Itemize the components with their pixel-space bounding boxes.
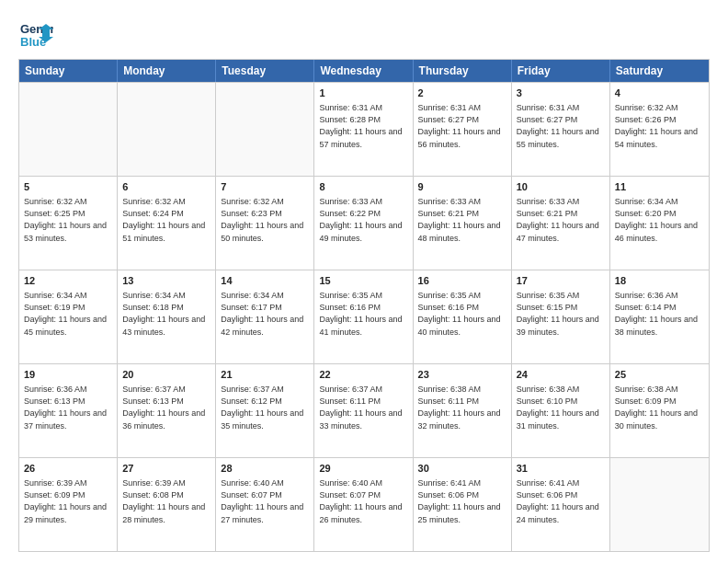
day-cell-4: 4Sunrise: 6:32 AM Sunset: 6:26 PM Daylig…: [610, 83, 709, 176]
day-cell-31: 31Sunrise: 6:41 AM Sunset: 6:06 PM Dayli…: [512, 458, 610, 551]
header-day-tuesday: Tuesday: [216, 60, 314, 82]
day-cell-11: 11Sunrise: 6:34 AM Sunset: 6:20 PM Dayli…: [610, 177, 709, 270]
day-cell-10: 10Sunrise: 6:33 AM Sunset: 6:21 PM Dayli…: [512, 177, 610, 270]
day-number: 11: [615, 180, 704, 194]
week-row-3: 12Sunrise: 6:34 AM Sunset: 6:19 PM Dayli…: [19, 270, 709, 363]
day-info: Sunrise: 6:36 AM Sunset: 6:14 PM Dayligh…: [615, 290, 704, 338]
day-number: 25: [615, 368, 704, 382]
day-cell-7: 7Sunrise: 6:32 AM Sunset: 6:23 PM Daylig…: [216, 177, 314, 270]
day-number: 17: [517, 274, 605, 288]
day-cell-19: 19Sunrise: 6:36 AM Sunset: 6:13 PM Dayli…: [19, 364, 118, 457]
day-number: 28: [221, 462, 309, 476]
empty-cell: [118, 83, 216, 176]
day-cell-26: 26Sunrise: 6:39 AM Sunset: 6:09 PM Dayli…: [19, 458, 118, 551]
day-cell-24: 24Sunrise: 6:38 AM Sunset: 6:10 PM Dayli…: [512, 364, 610, 457]
day-number: 21: [221, 368, 309, 382]
day-number: 29: [319, 462, 407, 476]
day-info: Sunrise: 6:31 AM Sunset: 6:28 PM Dayligh…: [319, 102, 407, 150]
day-info: Sunrise: 6:38 AM Sunset: 6:10 PM Dayligh…: [517, 384, 605, 431]
day-number: 12: [24, 274, 112, 288]
day-info: Sunrise: 6:33 AM Sunset: 6:21 PM Dayligh…: [517, 196, 605, 244]
header-day-thursday: Thursday: [414, 60, 512, 82]
day-number: 22: [319, 368, 407, 382]
header: General Blue: [18, 17, 710, 52]
day-cell-30: 30Sunrise: 6:41 AM Sunset: 6:06 PM Dayli…: [414, 458, 512, 551]
calendar: SundayMondayTuesdayWednesdayThursdayFrid…: [18, 59, 710, 552]
day-cell-21: 21Sunrise: 6:37 AM Sunset: 6:12 PM Dayli…: [216, 364, 314, 457]
day-info: Sunrise: 6:32 AM Sunset: 6:23 PM Dayligh…: [221, 196, 309, 244]
day-info: Sunrise: 6:36 AM Sunset: 6:13 PM Dayligh…: [24, 384, 112, 431]
day-number: 20: [122, 368, 210, 382]
week-row-2: 5Sunrise: 6:32 AM Sunset: 6:25 PM Daylig…: [19, 176, 709, 270]
day-cell-27: 27Sunrise: 6:39 AM Sunset: 6:08 PM Dayli…: [118, 458, 216, 551]
day-info: Sunrise: 6:39 AM Sunset: 6:08 PM Dayligh…: [122, 477, 210, 525]
day-cell-3: 3Sunrise: 6:31 AM Sunset: 6:27 PM Daylig…: [512, 83, 610, 176]
day-number: 16: [418, 274, 506, 288]
day-info: Sunrise: 6:32 AM Sunset: 6:25 PM Dayligh…: [24, 196, 112, 244]
day-info: Sunrise: 6:34 AM Sunset: 6:17 PM Dayligh…: [221, 290, 309, 338]
day-cell-9: 9Sunrise: 6:33 AM Sunset: 6:21 PM Daylig…: [414, 177, 512, 270]
day-cell-13: 13Sunrise: 6:34 AM Sunset: 6:18 PM Dayli…: [118, 270, 216, 363]
day-info: Sunrise: 6:35 AM Sunset: 6:16 PM Dayligh…: [418, 290, 506, 338]
day-cell-22: 22Sunrise: 6:37 AM Sunset: 6:11 PM Dayli…: [314, 364, 413, 457]
day-info: Sunrise: 6:33 AM Sunset: 6:22 PM Dayligh…: [319, 196, 407, 244]
day-number: 30: [418, 462, 506, 476]
day-info: Sunrise: 6:37 AM Sunset: 6:13 PM Dayligh…: [122, 384, 210, 431]
day-info: Sunrise: 6:40 AM Sunset: 6:07 PM Dayligh…: [319, 477, 407, 525]
day-info: Sunrise: 6:34 AM Sunset: 6:18 PM Dayligh…: [122, 290, 210, 338]
day-cell-6: 6Sunrise: 6:32 AM Sunset: 6:24 PM Daylig…: [118, 177, 216, 270]
day-cell-23: 23Sunrise: 6:38 AM Sunset: 6:11 PM Dayli…: [414, 364, 512, 457]
day-number: 3: [517, 86, 605, 100]
day-cell-18: 18Sunrise: 6:36 AM Sunset: 6:14 PM Dayli…: [610, 270, 709, 363]
day-number: 8: [319, 180, 407, 194]
day-cell-14: 14Sunrise: 6:34 AM Sunset: 6:17 PM Dayli…: [216, 270, 314, 363]
day-number: 13: [122, 274, 210, 288]
day-cell-5: 5Sunrise: 6:32 AM Sunset: 6:25 PM Daylig…: [19, 177, 118, 270]
day-number: 2: [418, 86, 506, 100]
day-number: 24: [517, 368, 605, 382]
day-number: 9: [418, 180, 506, 194]
empty-cell: [610, 458, 709, 551]
day-info: Sunrise: 6:34 AM Sunset: 6:20 PM Dayligh…: [615, 196, 704, 244]
day-number: 26: [24, 462, 112, 476]
week-row-1: 1Sunrise: 6:31 AM Sunset: 6:28 PM Daylig…: [19, 82, 709, 176]
day-info: Sunrise: 6:37 AM Sunset: 6:11 PM Dayligh…: [319, 384, 407, 431]
day-number: 18: [615, 274, 704, 288]
day-info: Sunrise: 6:33 AM Sunset: 6:21 PM Dayligh…: [418, 196, 506, 244]
empty-cell: [216, 83, 314, 176]
day-info: Sunrise: 6:37 AM Sunset: 6:12 PM Dayligh…: [221, 384, 309, 431]
day-cell-2: 2Sunrise: 6:31 AM Sunset: 6:27 PM Daylig…: [414, 83, 512, 176]
day-info: Sunrise: 6:32 AM Sunset: 6:24 PM Dayligh…: [122, 196, 210, 244]
day-number: 31: [517, 462, 605, 476]
week-row-4: 19Sunrise: 6:36 AM Sunset: 6:13 PM Dayli…: [19, 363, 709, 457]
day-info: Sunrise: 6:32 AM Sunset: 6:26 PM Dayligh…: [615, 102, 704, 150]
day-info: Sunrise: 6:31 AM Sunset: 6:27 PM Dayligh…: [418, 102, 506, 150]
day-cell-8: 8Sunrise: 6:33 AM Sunset: 6:22 PM Daylig…: [314, 177, 413, 270]
empty-cell: [19, 83, 118, 176]
header-day-wednesday: Wednesday: [314, 60, 413, 82]
header-day-monday: Monday: [118, 60, 216, 82]
day-number: 27: [122, 462, 210, 476]
day-number: 19: [24, 368, 112, 382]
day-number: 5: [24, 180, 112, 194]
day-info: Sunrise: 6:41 AM Sunset: 6:06 PM Dayligh…: [418, 477, 506, 525]
calendar-header: SundayMondayTuesdayWednesdayThursdayFrid…: [19, 60, 709, 82]
day-cell-20: 20Sunrise: 6:37 AM Sunset: 6:13 PM Dayli…: [118, 364, 216, 457]
day-cell-29: 29Sunrise: 6:40 AM Sunset: 6:07 PM Dayli…: [314, 458, 413, 551]
logo-icon: General Blue: [18, 17, 53, 52]
day-cell-17: 17Sunrise: 6:35 AM Sunset: 6:15 PM Dayli…: [512, 270, 610, 363]
day-number: 10: [517, 180, 605, 194]
day-number: 1: [319, 86, 407, 100]
day-info: Sunrise: 6:35 AM Sunset: 6:16 PM Dayligh…: [319, 290, 407, 338]
day-number: 4: [615, 86, 704, 100]
calendar-body: 1Sunrise: 6:31 AM Sunset: 6:28 PM Daylig…: [19, 82, 709, 551]
day-cell-15: 15Sunrise: 6:35 AM Sunset: 6:16 PM Dayli…: [314, 270, 413, 363]
day-number: 7: [221, 180, 309, 194]
day-number: 6: [122, 180, 210, 194]
day-cell-16: 16Sunrise: 6:35 AM Sunset: 6:16 PM Dayli…: [414, 270, 512, 363]
header-day-friday: Friday: [512, 60, 610, 82]
page: General Blue SundayMondayTuesdayWednesda…: [0, 0, 728, 563]
day-cell-12: 12Sunrise: 6:34 AM Sunset: 6:19 PM Dayli…: [19, 270, 118, 363]
day-number: 14: [221, 274, 309, 288]
day-info: Sunrise: 6:38 AM Sunset: 6:11 PM Dayligh…: [418, 384, 506, 431]
